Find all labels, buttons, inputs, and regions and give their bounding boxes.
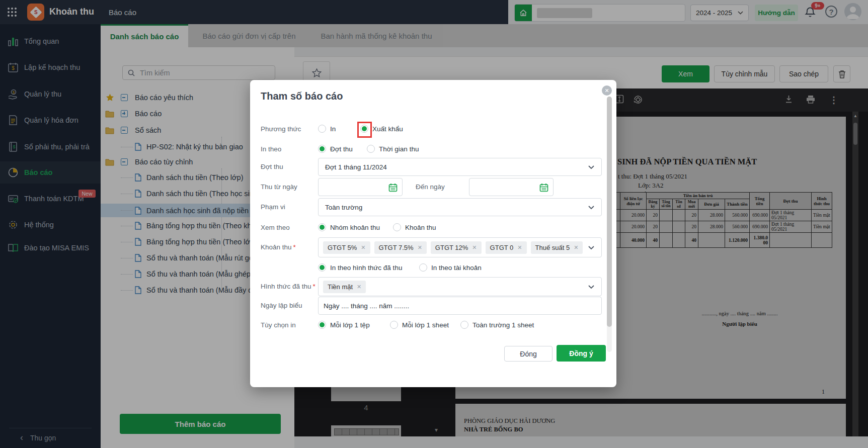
radio-icon[interactable] [393,223,401,231]
calendar-icon[interactable] [539,183,548,192]
modal-title: Tham số báo cáo [261,91,343,102]
radio-icon[interactable] [419,263,427,272]
radio-thoi-gian-thu[interactable]: Thời gian thu [367,145,419,153]
chevron-down-icon [588,285,594,289]
chevron-down-icon [588,206,594,210]
remove-tag-icon[interactable]: ✕ [517,244,522,251]
radio-selected-icon[interactable] [318,223,326,231]
tag-gtgt75: GTGT 7.5%✕ [374,241,427,254]
radio-moi-lop-1-tep[interactable]: Mỗi lớp 1 tệp [318,321,370,329]
dot-thu-select[interactable]: Đợt 1 tháng 11/2024 [318,158,602,176]
report-params-modal: Tham số báo cáo ✕ Phương thức In Xuất kh… [250,80,616,387]
radio-icon[interactable] [367,145,375,153]
modal-scrollbar-thumb[interactable] [607,97,612,327]
radio-icon[interactable] [318,125,326,133]
chevron-down-icon [588,246,594,250]
tag-gtgt5: GTGT 5%✕ [323,241,370,254]
field-label-pham-vi: Phạm vi [261,203,285,211]
ok-button[interactable]: Đồng ý [557,345,606,362]
pham-vi-select[interactable]: Toàn trường [318,198,602,216]
required-asterisk: * [293,243,296,251]
radio-in-theo-hinh-thuc[interactable]: In theo hình thức đã thu [318,263,402,272]
radio-nhom-khoan-thu[interactable]: Nhóm khoản thu [318,223,380,231]
radio-toan-truong-1-sheet[interactable]: Toàn trường 1 sheet [460,321,534,329]
field-label-khoan-thu: Khoản thu* [261,243,296,251]
radio-in-theo-tai-khoan[interactable]: In theo tài khoản [419,263,482,272]
radio-icon[interactable] [390,321,398,329]
radio-dot-thu[interactable]: Đợt thu [318,145,353,153]
remove-tag-icon[interactable]: ✕ [361,244,365,251]
remove-tag-icon[interactable]: ✕ [472,244,477,251]
den-ngay-input[interactable] [469,178,554,196]
radio-selected-icon[interactable] [318,145,326,153]
radio-selected-icon[interactable] [318,321,326,329]
ngay-lap-bieu-input[interactable]: Ngày .... tháng .... năm ........ [318,297,602,315]
field-label-hinh-thuc-da-thu: Hình thức đã thu* [261,283,315,290]
close-button[interactable]: Đóng [504,346,553,362]
radio-in[interactable]: In [318,125,336,133]
field-label-ngay-lap-bieu: Ngày lập biểu [261,302,302,309]
tag-gtgt0: GTGT 0✕ [486,241,527,254]
remove-tag-icon[interactable]: ✕ [574,244,578,251]
radio-selected-icon[interactable] [318,263,326,272]
required-asterisk: * [313,283,315,290]
khoan-thu-multiselect[interactable]: GTGT 5%✕ GTGT 7.5%✕ GTGT 12%✕ GTGT 0✕ Th… [318,237,602,257]
thu-tu-ngay-input[interactable] [318,178,403,196]
field-label-in-theo: In theo [261,145,281,153]
remove-tag-icon[interactable]: ✕ [357,284,361,290]
tag-thue-suat-5: Thuế suất 5✕ [531,241,583,254]
radio-icon[interactable] [460,321,468,329]
field-label-xem-theo: Xem theo [261,224,290,231]
radio-moi-lop-1-sheet[interactable]: Mỗi lớp 1 sheet [390,321,449,329]
tag-tien-mat: Tiền mặt✕ [323,281,366,293]
field-label-tuy-chon-in: Tùy chọn in [261,321,296,329]
annotation-highlight-box [357,122,372,138]
field-label-dot-thu: Đợt thu [261,163,283,170]
radio-kh​oan-thu[interactable]: Khoản thu [393,223,436,231]
app-root: S Khoản thu Báo cáo 2024 - 2025 Hướng dẫ… [0,0,868,448]
hinh-thuc-da-thu-multiselect[interactable]: Tiền mặt✕ [318,277,602,296]
close-icon[interactable]: ✕ [602,85,612,96]
calendar-icon[interactable] [388,183,398,192]
field-label-phuong-thuc: Phương thức [261,125,301,133]
field-label-thu-tu-ngay: Thu từ ngày [261,183,297,191]
chevron-down-icon [588,165,594,169]
field-label-den-ngay: Đến ngày [416,183,445,191]
tag-gtgt12: GTGT 12%✕ [431,241,482,254]
remove-tag-icon[interactable]: ✕ [418,244,422,251]
